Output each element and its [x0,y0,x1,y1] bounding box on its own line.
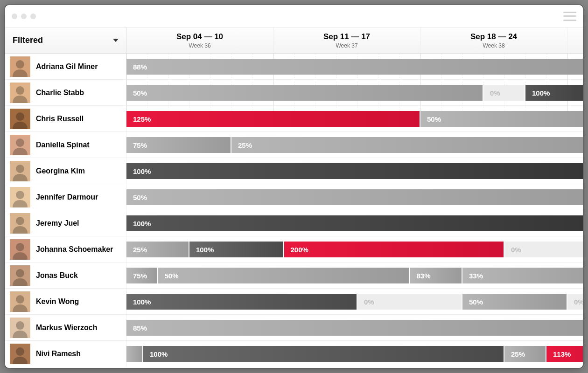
utilization-segment[interactable]: 200% [284,242,504,257]
svg-point-30 [16,112,24,121]
utilization-lane: 100% [126,210,583,236]
table-row: Jonas Buck75%50%83%33% [5,262,583,289]
week-number: Week 36 [189,42,210,49]
table-row: Johanna Schoemaker25%100%200%0% [5,236,583,262]
svg-point-36 [16,191,24,199]
person-cell[interactable]: Jeremy Juel [5,210,126,236]
person-cell[interactable]: Jennifer Darmour [5,184,126,210]
utilization-segment[interactable]: 100% [525,85,583,101]
person-name: Markus Wierzoch [36,324,97,332]
avatar [10,291,30,312]
person-name: Chris Russell [36,115,84,123]
utilization-lane: 25%100%200%0% [126,236,583,262]
utilization-segment[interactable]: 50% [420,111,583,127]
utilization-segment[interactable]: 75% [126,137,231,153]
person-cell[interactable]: Charlie Stabb [5,80,126,105]
utilization-lane: 100% [126,158,583,184]
svg-point-42 [16,269,24,277]
utilization-segment[interactable]: 88% [126,59,583,75]
utilization-segment[interactable]: 50% [126,85,483,101]
week-range: Sep 18 — 24 [470,32,517,41]
person-name: Kevin Wong [36,297,79,306]
person-cell[interactable]: Adriana Gil Miner [5,54,126,79]
utilization-segment[interactable]: 0% [483,85,525,101]
svg-point-48 [16,347,24,356]
menu-icon[interactable] [563,12,576,21]
utilization-lane: 100%25%113% [126,341,583,367]
avatar [10,187,30,207]
avatar [10,344,30,364]
person-name: Jonas Buck [36,271,78,280]
utilization-lane: 125%50% [126,106,583,131]
utilization-segment[interactable]: 100% [143,346,504,362]
utilization-segment[interactable]: 0% [567,294,583,310]
utilization-segment[interactable]: 125% [126,111,420,127]
utilization-segment[interactable]: 0% [504,242,583,257]
avatar [10,318,30,338]
utilization-segment[interactable]: 33% [462,268,583,283]
utilization-segment[interactable]: 25% [231,137,583,153]
utilization-segment[interactable]: 100% [126,294,357,310]
person-cell[interactable]: Markus Wierzoch [5,315,126,340]
table-row: Kevin Wong100%0%50%0% [5,289,583,315]
utilization-segment[interactable]: 100% [126,215,583,231]
table-row: Georgina Kim100% [5,158,583,184]
app-window: Filtered Sep 04 — 10Week 36Sep 11 — 17We… [5,5,583,368]
person-name: Georgina Kim [36,167,85,175]
svg-point-34 [16,165,24,173]
table-row: Charlie Stabb50%0%100% [5,80,583,106]
utilization-segment[interactable]: 100% [189,242,283,257]
person-cell[interactable]: Georgina Kim [5,158,126,184]
utilization-segment[interactable]: 50% [158,268,409,283]
person-cell[interactable]: Kevin Wong [5,289,126,314]
people-rows: Adriana Gil Miner88% Charlie Stabb50%0%1… [5,54,583,367]
utilization-lane: 85% [126,315,583,340]
svg-point-44 [16,295,24,304]
utilization-segment[interactable]: 75% [126,268,157,283]
utilization-segment[interactable]: 50% [126,189,583,205]
window-dot[interactable] [21,14,27,19]
person-name: Nivi Ramesh [36,350,81,358]
utilization-segment[interactable]: 25% [504,346,546,362]
utilization-segment[interactable]: 25% [126,242,189,257]
window-dot[interactable] [12,14,17,19]
filter-dropdown[interactable]: Filtered [5,28,126,53]
week-header: Sep 04 — 10Week 36 [126,28,273,53]
filter-label: Filtered [13,35,43,45]
utilization-segment[interactable]: 50% [462,294,567,310]
utilization-segment[interactable] [126,346,142,362]
avatar [10,109,30,129]
utilization-segment[interactable]: 100% [126,163,583,179]
person-name: Jeremy Juel [36,219,79,228]
avatar [10,83,30,103]
utilization-lane: 50%0%100% [126,80,583,105]
utilization-segment[interactable]: 83% [410,268,462,283]
person-cell[interactable]: Daniella Spinat [5,132,126,158]
window-controls[interactable] [12,14,36,19]
person-cell[interactable]: Nivi Ramesh [5,341,126,367]
avatar [10,265,30,286]
week-number: Week 37 [336,42,357,49]
avatar [10,239,30,260]
utilization-segment[interactable]: 113% [546,346,583,362]
chevron-down-icon [113,39,119,42]
utilization-lane: 88% [126,54,583,79]
person-cell[interactable]: Jonas Buck [5,262,126,288]
week-header: Sep [567,28,583,53]
avatar [10,213,30,234]
svg-point-40 [16,243,24,251]
week-range: Sep 04 — 10 [176,32,223,41]
svg-point-38 [16,217,24,225]
utilization-segment[interactable]: 85% [126,320,583,336]
person-cell[interactable]: Johanna Schoemaker [5,236,126,262]
table-row: Adriana Gil Miner88% [5,54,583,80]
svg-point-26 [16,60,24,69]
utilization-segment[interactable]: 0% [357,294,462,310]
week-header: Sep 11 — 17Week 37 [273,28,420,53]
timeline-header: Filtered Sep 04 — 10Week 36Sep 11 — 17We… [5,28,583,54]
timeline-body[interactable]: Adriana Gil Miner88% Charlie Stabb50%0%1… [5,54,583,368]
person-name: Adriana Gil Miner [36,62,98,71]
table-row: Chris Russell125%50% [5,106,583,132]
window-dot[interactable] [30,14,36,19]
person-cell[interactable]: Chris Russell [5,106,126,131]
